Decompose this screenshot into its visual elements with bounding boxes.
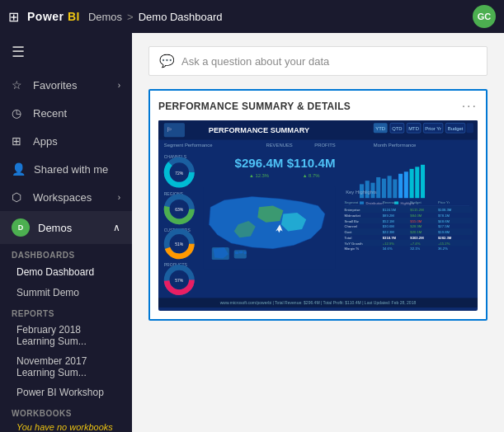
tile-more-options[interactable]: ··· xyxy=(462,99,478,114)
svg-text:YTD: YTD xyxy=(375,126,385,131)
sidebar: ☰ ☆ Favorites › ◷ Recent ⊞ Apps 👤 Shared… xyxy=(0,33,132,432)
breadcrumb-root[interactable]: Demos xyxy=(88,11,122,23)
svg-text:$89.2M: $89.2M xyxy=(383,214,394,218)
svg-text:Month Performance: Month Performance xyxy=(374,143,417,148)
svg-text:▲ 12.3%: ▲ 12.3% xyxy=(249,173,270,178)
tile-title: PERFORMANCE SUMMARY & DETAILS xyxy=(158,101,351,112)
qa-icon: 💬 xyxy=(159,54,175,68)
svg-text:$108.3M: $108.3M xyxy=(438,208,452,212)
svg-text:Channel: Channel xyxy=(344,224,357,228)
svg-text:$30.6M: $30.6M xyxy=(383,224,394,228)
svg-text:Segment Performance: Segment Performance xyxy=(164,143,213,148)
svg-rect-55 xyxy=(421,165,425,198)
svg-text:▲ 8.7%: ▲ 8.7% xyxy=(303,173,321,178)
svg-text:$22.3M: $22.3M xyxy=(383,230,394,234)
svg-point-64 xyxy=(235,251,239,254)
svg-rect-74 xyxy=(344,206,473,213)
svg-text:Prior Yr: Prior Yr xyxy=(438,200,450,204)
sidebar-item-shared[interactable]: 👤 Shared with me xyxy=(0,155,132,183)
svg-text:$296.4M: $296.4M xyxy=(235,156,284,170)
svg-text:Govt: Govt xyxy=(344,230,352,234)
sidebar-label-shared: Shared with me xyxy=(34,163,108,176)
svg-text:Budget: Budget xyxy=(410,200,422,204)
shared-icon: 👤 xyxy=(12,162,26,176)
dashboard-tile: PERFORMANCE SUMMARY & DETAILS ··· 🏳 PERF… xyxy=(148,89,488,321)
svg-text:YoY Growth: YoY Growth xyxy=(344,242,363,246)
svg-text:$28.9M: $28.9M xyxy=(410,224,422,228)
svg-text:$303.2M: $303.2M xyxy=(410,236,424,240)
svg-text:$78.1M: $78.1M xyxy=(438,214,450,218)
svg-text:+7.4%: +7.4% xyxy=(410,242,420,246)
svg-rect-51 xyxy=(398,174,403,198)
sidebar-item-recent[interactable]: ◷ Recent xyxy=(0,99,132,127)
main-content: 💬 Ask a question about your data PERFORM… xyxy=(132,33,504,432)
waffle-icon[interactable]: ⊞ xyxy=(8,9,19,25)
sidebar-label-recent: Recent xyxy=(33,107,67,120)
svg-text:$52.1M: $52.1M xyxy=(383,219,394,223)
svg-text:$115.2M: $115.2M xyxy=(410,208,424,212)
sidebar-item-workspaces[interactable]: ⬡ Workspaces › xyxy=(0,183,132,211)
svg-text:Enterprise: Enterprise xyxy=(344,208,360,212)
sidebar-subitem-summit-demo[interactable]: Summit Demo xyxy=(0,283,132,303)
svg-rect-50 xyxy=(393,180,397,199)
sidebar-subitem-report-feb[interactable]: February 2018 Learning Sum... xyxy=(0,320,132,351)
svg-text:🏳: 🏳 xyxy=(167,126,173,134)
sidebar-subitem-report-nov[interactable]: November 2017 Learning Sum... xyxy=(0,351,132,383)
apps-icon: ⊞ xyxy=(12,134,25,148)
svg-text:63%: 63% xyxy=(175,207,184,212)
svg-text:$20.1M: $20.1M xyxy=(410,230,422,234)
svg-text:PROFITS: PROFITS xyxy=(314,143,336,148)
svg-text:$55.0M: $55.0M xyxy=(410,219,422,223)
sidebar-item-favorites[interactable]: ☆ Favorites › xyxy=(0,71,132,99)
sidebar-subitem-report-powerbi[interactable]: Power BI Workshop xyxy=(0,383,132,402)
workbooks-empty-label: You have no workbooks xyxy=(0,420,132,432)
sidebar-label-favorites: Favorites xyxy=(33,79,77,92)
topbar: ⊞ Power BI Demos > Demo Dashboard GC xyxy=(0,0,504,33)
svg-point-65 xyxy=(239,251,243,253)
sidebar-item-demos[interactable]: D Demos ∧ xyxy=(0,211,132,244)
sidebar-item-apps[interactable]: ⊞ Apps xyxy=(0,127,132,155)
svg-text:Segment: Segment xyxy=(344,200,359,204)
report-label-1: February 2018 Learning Sum... xyxy=(16,324,120,347)
svg-rect-47 xyxy=(376,177,380,198)
svg-text:Budget: Budget xyxy=(448,126,464,131)
svg-text:$124.5M: $124.5M xyxy=(383,208,397,212)
svg-text:QTD: QTD xyxy=(392,126,402,131)
svg-text:$27.5M: $27.5M xyxy=(438,224,450,228)
qa-bar[interactable]: 💬 Ask a question about your data xyxy=(148,46,488,76)
svg-rect-49 xyxy=(388,176,392,198)
svg-text:32.1%: 32.1% xyxy=(410,247,420,251)
breadcrumb: Demos > Demo Dashboard xyxy=(88,11,223,23)
svg-text:MTD: MTD xyxy=(408,126,419,131)
demos-chevron-icon: ∧ xyxy=(113,222,120,233)
hamburger-button[interactable]: ☰ xyxy=(0,33,132,71)
svg-text:Margin %: Margin % xyxy=(344,247,359,251)
section-dashboards: DASHBOARDS xyxy=(0,244,132,261)
performance-visual[interactable]: 🏳 PERFORMANCE SUMMARY YTD QTD MTD Prior … xyxy=(158,120,478,311)
svg-text:+12.9%: +12.9% xyxy=(383,242,395,246)
svg-text:$110.4M: $110.4M xyxy=(287,156,336,170)
user-avatar[interactable]: GC xyxy=(473,5,496,28)
svg-rect-54 xyxy=(415,167,419,198)
svg-text:Key Highlights: Key Highlights xyxy=(346,190,377,195)
dashboard-item-label-2: Summit Demo xyxy=(16,287,79,298)
svg-text:$84.0M: $84.0M xyxy=(410,214,422,218)
svg-text:Small Biz: Small Biz xyxy=(344,219,358,223)
sidebar-label-demos: Demos xyxy=(38,222,72,234)
svg-point-66 xyxy=(243,251,246,254)
main-layout: ☰ ☆ Favorites › ◷ Recent ⊞ Apps 👤 Shared… xyxy=(0,33,504,432)
sidebar-label-apps: Apps xyxy=(33,135,58,148)
svg-text:36.2%: 36.2% xyxy=(438,247,448,251)
svg-text:$48.6M: $48.6M xyxy=(438,219,450,223)
svg-text:REVENUES: REVENUES xyxy=(266,143,292,148)
svg-text:Midmarket: Midmarket xyxy=(344,214,360,218)
app-logo: Power BI xyxy=(27,10,80,23)
svg-text:+15.2%: +15.2% xyxy=(438,242,450,246)
sidebar-subitem-demo-dashboard[interactable]: Demo Dashboard ··· xyxy=(0,261,132,283)
svg-text:$19.8M: $19.8M xyxy=(438,230,450,234)
chevron-right-icon: › xyxy=(118,81,120,90)
svg-rect-83 xyxy=(344,218,473,224)
svg-rect-92 xyxy=(344,228,473,235)
svg-rect-15 xyxy=(467,123,473,133)
svg-text:34.6%: 34.6% xyxy=(383,247,393,251)
